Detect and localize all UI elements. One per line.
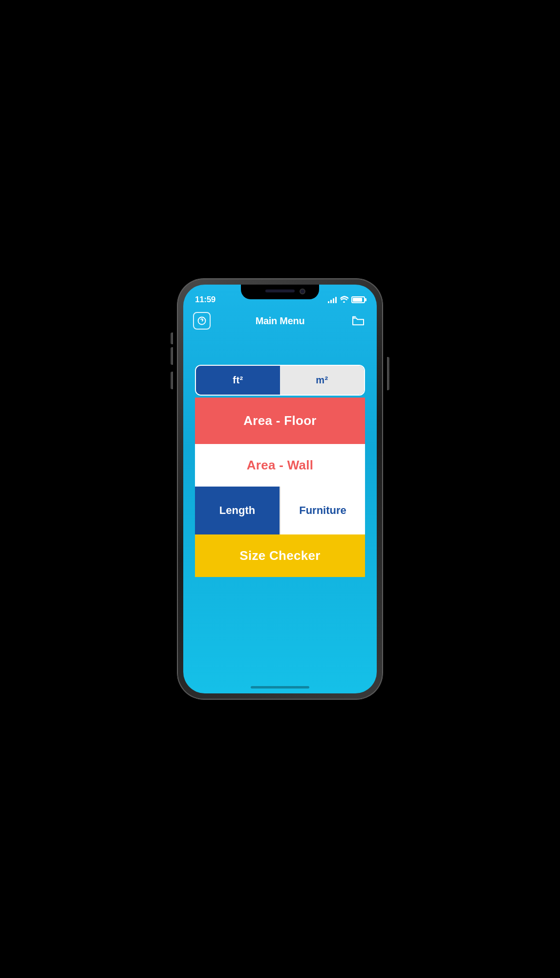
- phone-frame: 11:59: [177, 279, 383, 699]
- notch: [241, 285, 319, 299]
- signal-icon: [328, 296, 337, 303]
- bottom-row: Length Furniture: [195, 487, 365, 534]
- m2-button[interactable]: m²: [280, 366, 364, 395]
- page-title: Main Menu: [256, 315, 305, 327]
- mute-switch: [171, 333, 173, 344]
- phone-screen: 11:59: [183, 285, 377, 693]
- furniture-button[interactable]: Furniture: [280, 487, 365, 534]
- wifi-icon: [340, 296, 348, 304]
- unit-toggle: ft² m²: [195, 365, 365, 396]
- size-checker-button[interactable]: Size Checker: [195, 534, 365, 577]
- battery-icon: [351, 296, 365, 303]
- length-button[interactable]: Length: [195, 487, 280, 534]
- power-button: [387, 357, 389, 390]
- ft2-button[interactable]: ft²: [196, 366, 280, 395]
- home-indicator: [251, 686, 309, 689]
- area-wall-button[interactable]: Area - Wall: [195, 444, 365, 487]
- area-floor-button[interactable]: Area - Floor: [195, 398, 365, 444]
- app-header: Main Menu: [183, 308, 377, 335]
- help-button[interactable]: [193, 312, 211, 330]
- folder-button[interactable]: [349, 312, 367, 330]
- speaker: [265, 289, 295, 292]
- status-time: 11:59: [195, 295, 215, 305]
- menu-grid: Area - Floor Area - Wall Length Furnitur…: [195, 398, 365, 577]
- status-icons: [328, 296, 365, 304]
- camera: [300, 289, 305, 294]
- main-content: ft² m² Area - Floor Area - Wall Length F…: [183, 335, 377, 587]
- battery-fill: [353, 298, 362, 302]
- volume-up-button: [171, 347, 173, 365]
- volume-down-button: [171, 372, 173, 389]
